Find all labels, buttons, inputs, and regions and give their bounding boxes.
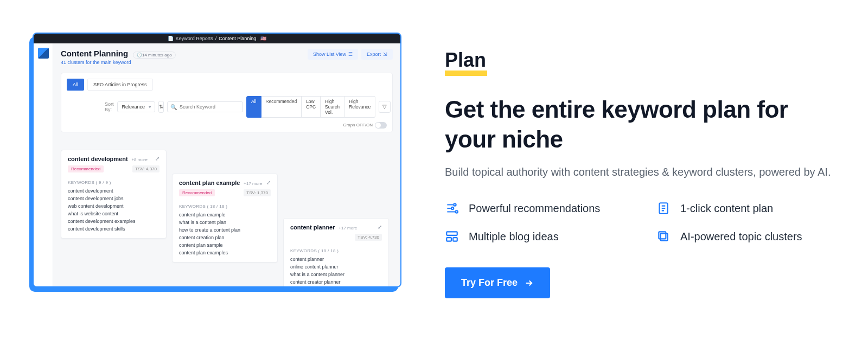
keyword-item[interactable]: online content planner — [290, 264, 382, 270]
section-eyebrow: Plan — [445, 49, 486, 75]
keyword-item[interactable]: content plan sample — [179, 242, 271, 248]
list-icon: ☰ — [348, 52, 353, 57]
svg-rect-5 — [446, 238, 451, 241]
marketing-section: Plan Get the entire keyword plan for you… — [445, 33, 835, 298]
tsv-badge: TSV: 1,370 — [244, 189, 271, 196]
sliders-icon — [445, 201, 459, 215]
sort-direction-button[interactable]: ⇅ — [158, 101, 164, 113]
keyword-item[interactable]: content development — [68, 188, 159, 194]
svg-point-0 — [454, 203, 456, 206]
search-input[interactable] — [167, 101, 243, 112]
keywords-header: KEYWORDS ( 9 / 9 ) — [68, 180, 159, 185]
doc-icon: 📄 — [168, 36, 174, 41]
sort-by-label: Sort By: — [105, 101, 114, 112]
section-lead: Build topical authority with content str… — [445, 164, 835, 181]
layout-icon — [445, 229, 459, 244]
keyword-item[interactable]: what is a content planner — [290, 272, 382, 277]
tsv-badge: TSV: 4,730 — [355, 234, 382, 241]
keyword-item[interactable]: content creation plan — [179, 235, 271, 240]
try-for-free-button[interactable]: Try For Free — [445, 267, 550, 298]
keyword-item[interactable]: content development skills — [68, 226, 159, 232]
breadcrumb-parent[interactable]: Keyword Reports — [176, 36, 213, 41]
feature-item: 1-click content plan — [656, 201, 835, 215]
app-titlebar: 📄 Keyword Reports / Content Planning 🇺🇸 — [34, 34, 400, 43]
expand-icon[interactable]: ⤢ — [378, 224, 382, 230]
cluster-card[interactable]: ⤢ content development +8 more Recommende… — [61, 150, 167, 239]
cluster-card[interactable]: ⤢ content planner +17 more TSV: 4,730 KE… — [283, 218, 389, 286]
filters-panel: All SEO Articles in Progress Sort By: Re… — [61, 73, 393, 132]
age-badge: 🕒 14 minutes ago — [133, 52, 176, 59]
keywords-header: KEYWORDS ( 18 / 18 ) — [290, 248, 382, 253]
layers-icon — [656, 229, 671, 244]
section-headline: Get the entire keyword plan for your nic… — [445, 94, 835, 154]
keyword-item[interactable]: what is a content plan — [179, 220, 271, 225]
chevron-down-icon: ▾ — [149, 104, 151, 110]
keyword-item[interactable]: what is website content — [68, 211, 159, 216]
sort-select[interactable]: Relevance ▾ — [117, 101, 156, 112]
keyword-item[interactable]: how to create a content plan — [179, 227, 271, 233]
feature-item: AI-powered topic clusters — [656, 229, 835, 244]
keyword-item[interactable]: content creator planner — [290, 279, 382, 285]
recommended-badge: Recommended — [179, 189, 215, 196]
arrow-right-icon — [524, 278, 534, 288]
cluster-title: content planner — [290, 224, 335, 231]
svg-point-1 — [451, 207, 454, 209]
expand-icon[interactable]: ⤢ — [266, 180, 271, 185]
svg-rect-7 — [661, 234, 668, 241]
flag-icon: 🇺🇸 — [260, 36, 266, 41]
keyword-item[interactable]: web content development — [68, 203, 159, 209]
svg-point-2 — [456, 210, 458, 213]
export-icon: ⇲ — [383, 52, 387, 57]
chip-recommended[interactable]: Recommended — [261, 96, 302, 118]
keywords-header: KEYWORDS ( 18 / 18 ) — [179, 204, 271, 209]
show-list-view-button[interactable]: Show List View☰ — [308, 49, 358, 60]
filter-chips: All Recommended Low CPC High Search Vol.… — [246, 96, 375, 118]
expand-icon[interactable]: ⤢ — [155, 156, 159, 162]
document-icon — [656, 201, 671, 215]
chip-low-cpc[interactable]: Low CPC — [302, 96, 321, 118]
cluster-card[interactable]: ⤢ content plan example +17 more Recommen… — [172, 174, 278, 263]
keyword-item[interactable]: content development jobs — [68, 196, 159, 201]
svg-rect-4 — [446, 232, 457, 235]
tsv-badge: TSV: 4,370 — [132, 165, 159, 172]
feature-grid: Powerful recommendations 1-click content… — [445, 201, 835, 244]
chip-high-relevance[interactable]: High Relevance — [344, 96, 375, 118]
clusters-canvas: ⤢ content development +8 more Recommende… — [61, 142, 393, 286]
filter-icon-button[interactable]: ▽ — [379, 101, 391, 113]
app-screenshot: 📄 Keyword Reports / Content Planning 🇺🇸 … — [33, 33, 401, 287]
tab-articles-in-progress[interactable]: SEO Articles in Progress — [87, 79, 153, 91]
cluster-more: +8 more — [131, 157, 148, 162]
chip-high-search-vol[interactable]: High Search Vol. — [321, 96, 344, 118]
app-logo-icon[interactable] — [38, 48, 49, 59]
clusters-subtitle: 41 clusters for the main keyword — [61, 60, 176, 65]
tab-all[interactable]: All — [67, 79, 84, 91]
keyword-item[interactable]: content plan examples — [179, 250, 271, 255]
chip-all[interactable]: All — [246, 96, 261, 118]
toggle-switch-icon[interactable] — [375, 122, 387, 129]
cluster-title: content development — [68, 156, 128, 162]
export-button[interactable]: Export⇲ — [361, 49, 393, 60]
keyword-item[interactable]: content planner — [290, 257, 382, 262]
cluster-title: content plan example — [179, 180, 240, 186]
cluster-more: +17 more — [244, 181, 262, 186]
cluster-more: +17 more — [339, 226, 357, 231]
svg-rect-6 — [453, 238, 457, 241]
feature-item: Powerful recommendations — [445, 201, 624, 215]
side-rail — [34, 43, 53, 286]
graph-toggle[interactable]: Graph OFF/ON — [343, 122, 387, 129]
keyword-item[interactable]: content plan example — [179, 212, 271, 217]
recommended-badge: Recommended — [68, 165, 104, 172]
feature-item: Multiple blog ideas — [445, 229, 624, 244]
svg-rect-8 — [659, 232, 666, 239]
breadcrumb-current[interactable]: Content Planning — [219, 36, 256, 41]
search-icon: 🔍 — [170, 104, 177, 110]
page-title: Content Planning — [61, 49, 128, 58]
keyword-item[interactable]: content development examples — [68, 219, 159, 224]
